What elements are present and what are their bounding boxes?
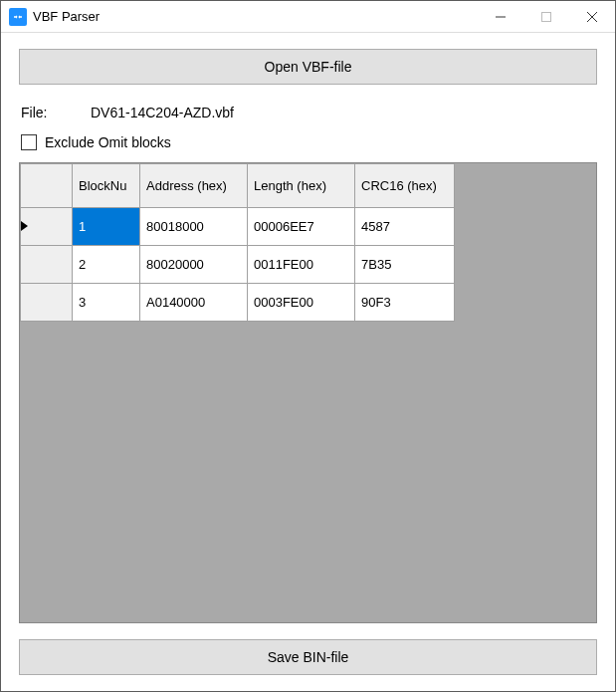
col-header-address[interactable]: Address (hex) xyxy=(140,164,248,208)
cell-crc16[interactable]: 90F3 xyxy=(355,284,455,322)
file-value: DV61-14C204-AZD.vbf xyxy=(91,105,234,120)
window-title: VBF Parser xyxy=(33,9,100,24)
current-row-marker-icon xyxy=(21,221,28,231)
col-header-blocknum[interactable]: BlockNu xyxy=(73,164,140,208)
cell-address[interactable]: 80018000 xyxy=(140,208,248,246)
row-header[interactable] xyxy=(21,246,73,284)
cell-crc16[interactable]: 7B35 xyxy=(355,246,455,284)
checkbox-box[interactable] xyxy=(21,134,37,150)
grid-header-row: BlockNu Address (hex) Length (hex) CRC16… xyxy=(21,164,597,208)
cell-crc16[interactable]: 4587 xyxy=(355,208,455,246)
maximize-button[interactable] xyxy=(523,1,569,33)
row-filler xyxy=(455,246,597,284)
cell-length[interactable]: 0011FE00 xyxy=(248,246,355,284)
cell-address[interactable]: 80020000 xyxy=(140,246,248,284)
cell-blocknum[interactable]: 2 xyxy=(73,246,140,284)
titlebar: VBF Parser xyxy=(1,1,615,33)
col-header-crc16[interactable]: CRC16 (hex) xyxy=(355,164,455,208)
row-filler xyxy=(455,208,597,246)
col-filler xyxy=(455,164,597,208)
file-label: File: xyxy=(21,105,91,120)
blocks-grid[interactable]: BlockNu Address (hex) Length (hex) CRC16… xyxy=(19,162,597,623)
exclude-omit-label: Exclude Omit blocks xyxy=(45,134,171,150)
row-filler xyxy=(455,284,597,322)
exclude-omit-checkbox[interactable]: Exclude Omit blocks xyxy=(21,134,597,150)
cell-blocknum[interactable]: 3 xyxy=(73,284,140,322)
table-row[interactable]: 18001800000006EE74587 xyxy=(21,208,597,246)
col-header-length[interactable]: Length (hex) xyxy=(248,164,355,208)
close-button[interactable] xyxy=(569,1,615,33)
row-header[interactable] xyxy=(21,284,73,322)
svg-rect-1 xyxy=(542,12,551,21)
save-bin-button[interactable]: Save BIN-file xyxy=(19,639,597,675)
row-header[interactable] xyxy=(21,208,73,246)
file-info-row: File: DV61-14C204-AZD.vbf xyxy=(21,105,597,120)
cell-length[interactable]: 0003FE00 xyxy=(248,284,355,322)
cell-length[interactable]: 00006EE7 xyxy=(248,208,355,246)
open-vbf-button[interactable]: Open VBF-file xyxy=(19,49,597,85)
cell-address[interactable]: A0140000 xyxy=(140,284,248,322)
content-area: Open VBF-file File: DV61-14C204-AZD.vbf … xyxy=(1,33,615,691)
minimize-button[interactable] xyxy=(478,1,523,33)
table-row[interactable]: 2800200000011FE007B35 xyxy=(21,246,597,284)
app-icon xyxy=(9,8,27,26)
cell-blocknum[interactable]: 1 xyxy=(73,208,140,246)
grid-corner xyxy=(21,164,73,208)
table-row[interactable]: 3A01400000003FE0090F3 xyxy=(21,284,597,322)
